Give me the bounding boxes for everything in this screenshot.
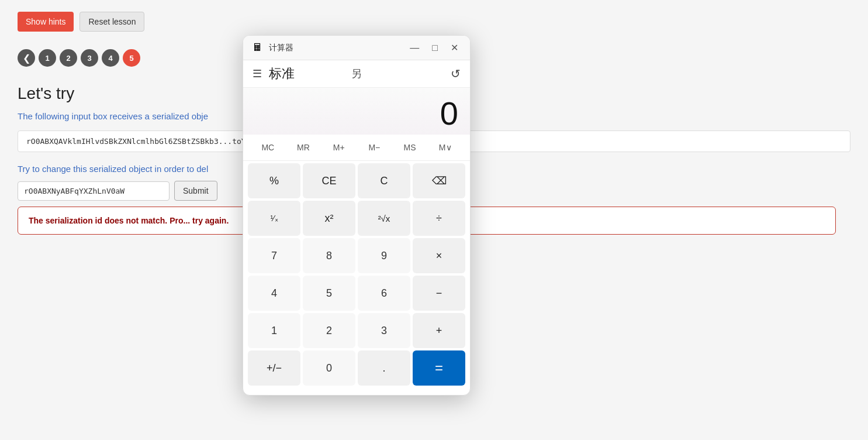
button-row-2: ¹⁄ₓ x² ²√x ÷	[248, 201, 465, 236]
divide-button[interactable]: ÷	[413, 201, 465, 236]
submit-button[interactable]: Submit	[174, 181, 217, 201]
history-icon[interactable]: ↺	[451, 67, 461, 81]
m-minus-button[interactable]: M−	[357, 138, 392, 157]
button-row-4: 4 5 6 −	[248, 276, 465, 311]
decimal-button[interactable]: .	[358, 350, 410, 386]
step-4[interactable]: 4	[102, 49, 119, 67]
calculator-title: 计算器	[269, 43, 402, 53]
calculator-mode-subtitle: 另	[351, 67, 362, 81]
close-button[interactable]: ✕	[448, 43, 461, 53]
backspace-button[interactable]: ⌫	[413, 163, 465, 198]
clear-button[interactable]: C	[358, 163, 410, 198]
calculator-display: 0	[243, 88, 470, 135]
nav-back-button[interactable]: ❮	[18, 49, 35, 67]
percent-button[interactable]: %	[248, 163, 300, 198]
step-5[interactable]: 5	[123, 49, 140, 67]
titlebar-controls: — □ ✕	[407, 43, 461, 53]
mc-button[interactable]: MC	[250, 138, 286, 157]
calculator-titlebar: 🖩 计算器 — □ ✕	[243, 36, 470, 60]
subtract-button[interactable]: −	[413, 276, 465, 311]
show-hints-button[interactable]: Show hints	[18, 12, 74, 32]
equals-button[interactable]: =	[413, 350, 465, 386]
step-1[interactable]: 1	[39, 49, 56, 67]
calculator-window: 🖩 计算器 — □ ✕ ☰ 标准 另 ↺ 0 MC MR M+ M− MS M∨…	[243, 35, 471, 396]
m-plus-button[interactable]: M+	[321, 138, 357, 157]
button-row-5: 1 2 3 +	[248, 313, 465, 348]
display-value: 0	[440, 97, 458, 130]
zero-button[interactable]: 0	[303, 350, 355, 386]
toolbar: Show hints Reset lesson	[18, 12, 850, 32]
three-button[interactable]: 3	[358, 313, 410, 348]
calculator-buttons: % CE C ⌫ ¹⁄ₓ x² ²√x ÷ 7 8 9 × 4 5 6 − 1	[243, 161, 470, 395]
six-button[interactable]: 6	[358, 276, 410, 311]
calculator-app-icon: 🖩	[253, 42, 263, 54]
ce-button[interactable]: CE	[303, 163, 355, 198]
seven-button[interactable]: 7	[248, 238, 300, 273]
reciprocal-button[interactable]: ¹⁄ₓ	[248, 201, 300, 236]
nine-button[interactable]: 9	[358, 238, 410, 273]
calculator-header: ☰ 标准 另 ↺	[243, 60, 470, 88]
one-button[interactable]: 1	[248, 313, 300, 348]
minimize-button[interactable]: —	[407, 43, 421, 53]
step-3[interactable]: 3	[81, 49, 98, 67]
calculator-mode-title: 标准	[269, 65, 344, 82]
mv-button[interactable]: M∨	[427, 138, 463, 157]
hamburger-menu-icon[interactable]: ☰	[253, 67, 262, 80]
mr-button[interactable]: MR	[286, 138, 321, 157]
four-button[interactable]: 4	[248, 276, 300, 311]
negate-button[interactable]: +/−	[248, 350, 300, 386]
button-row-6: +/− 0 . =	[248, 350, 465, 386]
button-row-3: 7 8 9 ×	[248, 238, 465, 273]
maximize-button[interactable]: □	[430, 43, 440, 53]
sqrt-button[interactable]: ²√x	[358, 201, 410, 236]
square-button[interactable]: x²	[303, 201, 355, 236]
add-button[interactable]: +	[413, 313, 465, 348]
multiply-button[interactable]: ×	[413, 238, 465, 273]
two-button[interactable]: 2	[303, 313, 355, 348]
serialized-input[interactable]	[18, 181, 170, 201]
five-button[interactable]: 5	[303, 276, 355, 311]
eight-button[interactable]: 8	[303, 238, 355, 273]
memory-row: MC MR M+ M− MS M∨	[243, 135, 470, 161]
reset-lesson-button[interactable]: Reset lesson	[79, 12, 144, 32]
error-message: The serialization id does not match. Pro…	[29, 216, 229, 225]
step-2[interactable]: 2	[60, 49, 77, 67]
button-row-1: % CE C ⌫	[248, 163, 465, 198]
ms-button[interactable]: MS	[392, 138, 428, 157]
